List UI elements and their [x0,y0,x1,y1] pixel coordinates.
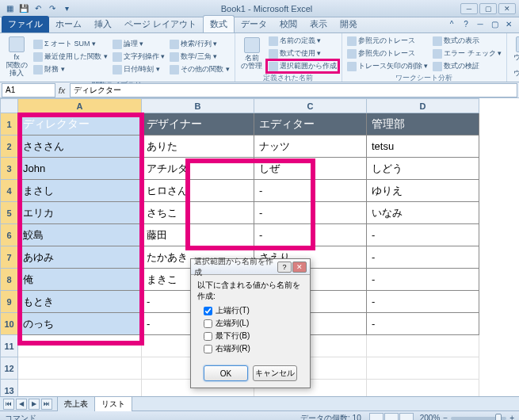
save-icon[interactable]: 💾 [17,2,30,15]
zoom-thumb[interactable] [495,414,502,421]
cell-C5[interactable]: - [254,202,367,224]
cell-A9[interactable]: もとき [18,291,142,313]
cell-D12[interactable] [367,357,479,380]
evaluate-formula-button[interactable]: 数式の検証 [431,60,503,72]
mdi-close-icon[interactable]: ✕ [503,20,514,31]
formula-bar[interactable]: ディレクター [70,83,517,97]
nav-next-icon[interactable]: ▶ [29,399,40,410]
sheet-tab-2[interactable]: リスト [94,396,132,411]
cell-D5[interactable]: いなみ [367,202,479,224]
use-in-formula-button[interactable]: 数式で使用 ▾ [267,48,338,59]
row-header-6[interactable]: 6 [1,224,18,246]
view-normal-button[interactable] [369,413,384,421]
zoom-in-button[interactable]: + [509,414,514,420]
cell-D4[interactable]: ゆりえ [367,180,479,202]
insert-function-button[interactable]: fx関数の挿入 [3,35,30,79]
autosum-button[interactable]: Σ オート SUM ▾ [32,38,109,50]
row-header-1[interactable]: 1 [1,113,18,136]
row-header-9[interactable]: 9 [1,291,18,313]
cell-D7[interactable]: - [367,246,479,269]
checkbox-right-col[interactable]: 右端列(R) [204,343,303,354]
ok-button[interactable]: OK [204,365,248,381]
cell-A8[interactable]: 俺 [18,269,142,291]
cell-B2[interactable]: ありた [142,136,254,158]
name-box[interactable]: A1 [2,83,55,97]
dialog-help-button[interactable]: ? [277,262,292,273]
cell-B1[interactable]: デザイナー [142,113,254,136]
tab-file[interactable]: ファイル [2,16,49,32]
error-check-button[interactable]: エラー チェック ▾ [431,48,503,59]
define-name-button[interactable]: 名前の定義 ▾ [267,35,338,47]
dialog-close-button[interactable]: ✕ [292,262,307,273]
col-header-B[interactable]: B [142,99,254,113]
watch-window-button[interactable]: ウォッチウィンドウ [510,35,519,87]
row-header-13[interactable]: 13 [1,380,18,397]
mdi-restore-icon[interactable]: ▢ [489,20,500,31]
zoom-out-button[interactable]: − [443,414,448,420]
financial-button[interactable]: 財務 ▾ [32,63,109,75]
zoom-slider[interactable] [451,417,506,420]
col-header-A[interactable]: A [18,99,142,113]
cell-B3[interactable]: アチルダ [142,158,254,180]
more-button[interactable]: その他の関数 ▾ [168,63,231,75]
row-header-7[interactable]: 7 [1,246,18,269]
tab-review[interactable]: 校閲 [273,16,303,32]
tab-layout[interactable]: ページ レイアウト [118,16,203,32]
qat-menu-icon[interactable]: ▾ [60,2,73,15]
cell-B5[interactable]: さちこ [142,202,254,224]
nav-last-icon[interactable]: ⏭ [41,399,52,410]
cell-A11[interactable] [18,335,142,357]
text-button[interactable]: 文字列操作 ▾ [111,51,167,63]
cell-C4[interactable]: - [254,180,367,202]
cell-D6[interactable]: - [367,224,479,246]
trace-dependents-button[interactable]: 参照先のトレース [345,48,430,59]
row-header-3[interactable]: 3 [1,158,18,180]
nav-first-icon[interactable]: ⏮ [3,399,14,410]
cell-A3[interactable]: John [18,158,142,180]
show-formulas-button[interactable]: 数式の表示 [431,35,503,47]
trace-precedents-button[interactable]: 参照元のトレース [345,35,430,47]
checkbox-left-col[interactable]: 左端列(L) [204,318,303,329]
cell-A4[interactable]: まさし [18,180,142,202]
cell-A10[interactable]: のっち [18,313,142,335]
checkbox-bottom-row[interactable]: 最下行(B) [204,330,303,342]
logical-button[interactable]: 論理 ▾ [111,38,167,50]
undo-icon[interactable]: ↶ [32,2,44,15]
cell-C6[interactable]: - [254,224,367,246]
cell-A6[interactable]: 鮫島 [18,224,142,246]
cell-C3[interactable]: しぜ [254,158,367,180]
cell-D2[interactable]: tetsu [367,136,479,158]
cell-A12[interactable] [18,357,142,380]
row-header-5[interactable]: 5 [1,202,18,224]
cell-A2[interactable]: さささん [18,136,142,158]
row-header-12[interactable]: 12 [1,357,18,380]
col-header-D[interactable]: D [367,99,479,113]
minimize-ribbon-icon[interactable]: ^ [446,20,457,31]
math-button[interactable]: 数学/三角 ▾ [168,51,231,63]
tab-home[interactable]: ホーム [49,16,88,32]
cell-D13[interactable] [367,380,479,397]
checkbox-top-row[interactable]: 上端行(T) [204,305,303,316]
recent-button[interactable]: 最近使用した関数 ▾ [32,51,109,63]
sheet-tab-1[interactable]: 売上表 [57,396,95,411]
cell-D3[interactable]: しどう [367,158,479,180]
row-header-4[interactable]: 4 [1,180,18,202]
col-header-C[interactable]: C [254,99,367,113]
cell-C2[interactable]: ナッツ [254,136,367,158]
cell-D11[interactable] [367,335,479,357]
maximize-button[interactable]: ▢ [479,3,497,14]
lookup-button[interactable]: 検索/行列 ▾ [168,38,231,50]
create-from-selection-button[interactable]: 選択範囲から作成 [267,60,338,72]
name-manager-button[interactable]: 名前の管理 [239,35,265,72]
dialog-titlebar[interactable]: 選択範囲から名前を作成 ? ✕ [191,259,310,275]
worksheet-area[interactable]: ABCD1ディレクターデザイナーエディター管理部2さささんありたナッツtetsu… [0,98,519,396]
nav-prev-icon[interactable]: ◀ [16,399,27,410]
row-header-11[interactable]: 11 [1,335,18,357]
cell-A13[interactable] [18,380,142,397]
close-button[interactable]: ✕ [498,3,516,14]
help-icon[interactable]: ? [460,20,471,31]
tab-data[interactable]: データ [235,16,273,32]
cell-D9[interactable]: - [367,291,479,313]
fx-label[interactable]: fx [55,86,68,95]
tab-insert[interactable]: 挿入 [88,16,118,32]
